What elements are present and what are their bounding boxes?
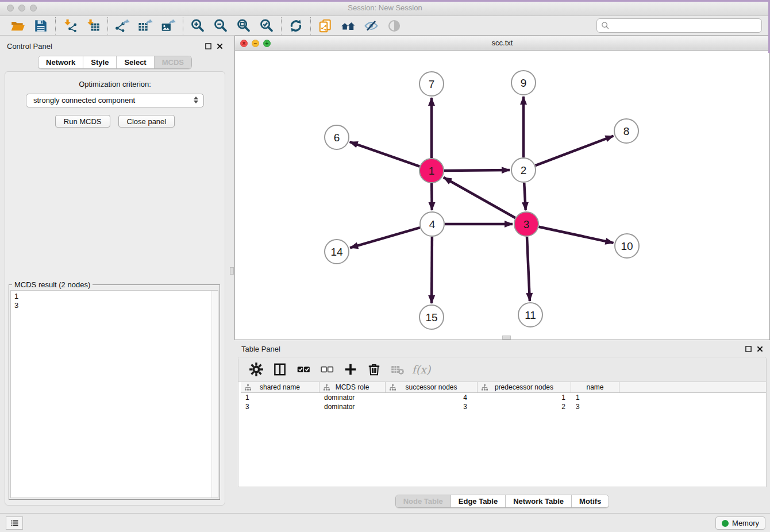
- table-cell[interactable]: 3: [571, 402, 619, 411]
- open-session-icon[interactable]: [10, 18, 26, 34]
- network-resize-grip[interactable]: [502, 336, 511, 340]
- column-header-mcds-role[interactable]: MCDS role: [319, 382, 386, 392]
- export-image-icon[interactable]: [160, 18, 176, 34]
- edge-4-14[interactable]: [350, 228, 420, 248]
- edge-3-10[interactable]: [539, 227, 614, 243]
- panel-splitter[interactable]: [230, 36, 234, 513]
- zoom-fit-icon[interactable]: [236, 18, 252, 34]
- network-graph[interactable]: 7968124314101511: [235, 51, 769, 340]
- table-cell[interactable]: 4: [386, 393, 478, 402]
- network-canvas[interactable]: 7968124314101511: [235, 51, 769, 340]
- export-table-icon[interactable]: [137, 18, 153, 34]
- network-close-button[interactable]: ×: [240, 40, 248, 47]
- edge-1-4[interactable]: [432, 183, 432, 210]
- close-table-panel-icon[interactable]: [757, 346, 763, 352]
- refresh-layout-icon[interactable]: [288, 18, 304, 34]
- function-builder-icon: f(x): [414, 362, 429, 377]
- float-table-panel-icon[interactable]: [745, 346, 752, 352]
- optimization-criterion-select[interactable]: strongly connected component: [26, 94, 204, 107]
- export-network-icon[interactable]: [114, 18, 130, 34]
- tab-style[interactable]: Style: [83, 56, 117, 68]
- node-15[interactable]: 15: [419, 305, 444, 329]
- mcds-result-line: 1: [14, 292, 214, 301]
- save-session-icon[interactable]: [33, 18, 49, 34]
- node-8[interactable]: 8: [614, 119, 638, 143]
- mcds-result-text[interactable]: 13: [10, 290, 218, 498]
- float-panel-icon[interactable]: [205, 43, 211, 49]
- first-neighbors-icon[interactable]: [340, 18, 356, 34]
- status-bar: Memory: [0, 513, 770, 532]
- table-cell[interactable]: 2: [478, 402, 571, 411]
- edge-3-1[interactable]: [444, 178, 515, 218]
- duplicate-network-icon[interactable]: [317, 18, 333, 34]
- column-type-icon: [390, 384, 396, 392]
- result-scrollbar[interactable]: [211, 291, 218, 498]
- memory-button[interactable]: Memory: [715, 516, 765, 530]
- table-row[interactable]: 3dominator323: [241, 402, 766, 411]
- edge-1-2[interactable]: [444, 170, 510, 171]
- column-header-shared-name[interactable]: shared name: [241, 382, 319, 392]
- edge-3-11[interactable]: [527, 237, 530, 301]
- zoom-window-button[interactable]: [30, 5, 37, 11]
- svg-text:11: 11: [525, 309, 536, 321]
- table-cell[interactable]: 1: [571, 393, 619, 402]
- node-7[interactable]: 7: [419, 72, 444, 96]
- zoom-selected-icon[interactable]: [259, 18, 275, 34]
- tab-motifs[interactable]: Motifs: [572, 495, 609, 507]
- select-all-columns-icon[interactable]: [296, 362, 311, 377]
- close-panel-button[interactable]: Close panel: [118, 115, 175, 128]
- network-maximize-button[interactable]: +: [263, 40, 271, 47]
- tab-select[interactable]: Select: [117, 56, 154, 68]
- edge-2-8[interactable]: [536, 136, 614, 166]
- tab-mcds[interactable]: MCDS: [155, 56, 191, 68]
- delete-column-icon[interactable]: [367, 362, 382, 377]
- node-9[interactable]: 9: [511, 71, 536, 95]
- edge-4-15[interactable]: [432, 237, 432, 303]
- minimize-window-button[interactable]: [18, 5, 25, 11]
- table-cell[interactable]: 3: [241, 402, 319, 411]
- tab-network[interactable]: Network: [38, 56, 83, 68]
- close-window-button[interactable]: [7, 5, 14, 11]
- import-network-icon[interactable]: [62, 18, 78, 34]
- node-14[interactable]: 14: [325, 240, 349, 264]
- search-input[interactable]: [596, 18, 762, 33]
- column-layout-icon[interactable]: [272, 362, 287, 377]
- add-column-icon[interactable]: [343, 362, 358, 377]
- run-mcds-button[interactable]: Run MCDS: [55, 115, 110, 128]
- import-table-icon[interactable]: [85, 18, 101, 34]
- task-history-button[interactable]: [6, 516, 23, 530]
- tab-network-table[interactable]: Network Table: [506, 495, 572, 507]
- splitter-grip[interactable]: [230, 267, 234, 275]
- tab-node-table[interactable]: Node Table: [396, 495, 451, 507]
- column-header-predecessor-nodes[interactable]: predecessor nodes: [478, 382, 571, 392]
- column-header-name[interactable]: name: [571, 382, 619, 392]
- close-panel-icon[interactable]: [217, 43, 223, 49]
- table-cell[interactable]: dominator: [319, 393, 386, 402]
- zoom-out-icon[interactable]: [213, 18, 229, 34]
- node-10[interactable]: 10: [615, 234, 639, 258]
- table-cell[interactable]: 1: [478, 393, 571, 402]
- node-2[interactable]: 2: [511, 158, 536, 182]
- tab-edge-table[interactable]: Edge Table: [451, 495, 506, 507]
- deselect-all-columns-icon[interactable]: [319, 362, 334, 377]
- optimization-criterion-label: Optimization criterion:: [5, 80, 225, 88]
- table-cell[interactable]: 1: [241, 393, 319, 402]
- edge-1-6[interactable]: [350, 142, 420, 167]
- zoom-in-icon[interactable]: [190, 18, 206, 34]
- node-11[interactable]: 11: [518, 303, 542, 327]
- node-6[interactable]: 6: [325, 125, 349, 149]
- hide-selected-icon[interactable]: [363, 18, 379, 34]
- network-window-title: scc.txt: [235, 36, 769, 50]
- node-1[interactable]: 1: [419, 159, 444, 183]
- titlebar: Session: New Session: [0, 0, 770, 16]
- mcds-result-group: MCDS result (2 nodes) 13: [9, 284, 220, 500]
- table-settings-icon[interactable]: [249, 362, 264, 377]
- column-header-successor-nodes[interactable]: successor nodes: [386, 382, 478, 392]
- node-4[interactable]: 4: [420, 212, 444, 236]
- table-cell[interactable]: 3: [386, 402, 478, 411]
- node-3[interactable]: 3: [514, 212, 538, 236]
- edge-2-3[interactable]: [524, 183, 526, 210]
- table-row[interactable]: 1dominator411: [241, 393, 766, 402]
- table-cell[interactable]: dominator: [319, 402, 386, 411]
- network-minimize-button[interactable]: −: [252, 40, 259, 47]
